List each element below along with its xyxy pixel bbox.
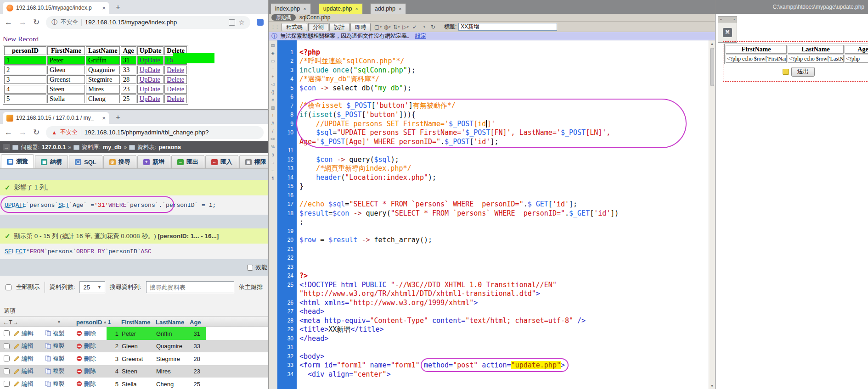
column-header-age[interactable]: Age [190, 317, 203, 328]
open-documents-icon[interactable]: ▤ [270, 42, 276, 49]
back-icon[interactable]: ← [5, 128, 12, 136]
warning-icon[interactable]: ▲ [51, 129, 57, 136]
new-tab-button[interactable]: + [116, 113, 120, 122]
select-parent-tag-icon[interactable]: ◁ [270, 81, 276, 88]
show-all-checkbox[interactable] [6, 284, 11, 290]
code-lines[interactable]: 1<?php2/*呼叫並連線"sqlConn.php"*/3include_on… [277, 48, 709, 379]
del-row-link[interactable]: 刪除 [76, 378, 105, 389]
column-header-firstname[interactable]: FirstName [121, 317, 154, 328]
copy-row-link[interactable]: 複製 [45, 340, 73, 353]
delete-link[interactable]: Delete [167, 85, 184, 93]
recent-snippets-icon[interactable]: % [270, 144, 276, 150]
pma-tab-browse[interactable]: ▤瀏覽 [1, 154, 34, 168]
multiscreen-preview-icon[interactable]: ▢▾ [373, 23, 383, 31]
submit-button[interactable]: 送出 [791, 67, 815, 77]
expand-panel-icon[interactable]: » [720, 17, 721, 22]
source-code-button[interactable]: 原始碼 [271, 14, 296, 21]
profiling-checkbox[interactable] [247, 265, 253, 271]
live-view-options-icon[interactable]: ▷▾ [401, 23, 410, 31]
back-icon[interactable]: ← [5, 18, 12, 26]
apply-comment-icon[interactable]: // [270, 120, 276, 127]
row-checkbox[interactable] [4, 330, 10, 336]
row-checkbox[interactable] [4, 356, 10, 361]
options-label[interactable]: 選項 [0, 307, 268, 316]
copy-row-link[interactable]: 複製 [45, 327, 73, 340]
num-rows-select[interactable]: 25▼ [79, 281, 105, 293]
balance-braces-icon[interactable]: {} [270, 89, 276, 95]
close-document-icon[interactable]: × [303, 6, 306, 11]
forward-icon[interactable]: → [19, 128, 27, 136]
highlight-invalid-code-icon[interactable]: ▨ [270, 105, 276, 111]
update-link[interactable]: UpDate [140, 76, 160, 83]
refresh-design-view-icon[interactable]: ↻ [428, 23, 438, 31]
outdent-code-icon[interactable]: ← [270, 167, 276, 173]
update-link[interactable]: UpDate [140, 56, 160, 64]
close-tab-icon[interactable]: × [102, 5, 106, 11]
scroll-down-icon[interactable]: ▼ [709, 383, 715, 389]
update-link[interactable]: UpDate [140, 66, 160, 73]
pma-tab-insert[interactable]: +新增 [137, 155, 170, 168]
view-button-即時[interactable]: 即時 [350, 23, 371, 31]
browser-tab-index[interactable]: 192.168.10.15/mypage/index.p × [3, 2, 109, 14]
update-link[interactable]: UpDate [140, 85, 160, 93]
expand-all-icon[interactable]: + [270, 73, 276, 80]
column-header-personid[interactable]: personID▲1 [76, 317, 119, 328]
close-tab-icon[interactable]: × [102, 115, 106, 122]
pma-tab-search[interactable]: ◎搜尋 [103, 155, 136, 168]
setup-link[interactable]: 設定 [415, 32, 426, 40]
show-code-navigator-icon[interactable]: ◈ [270, 50, 276, 56]
delete-link[interactable]: Delete [167, 95, 184, 102]
browser-tab-phpmyadmin[interactable]: 192.168.10.15 / 127.0.0.1 / my_ × [3, 112, 109, 124]
reload-icon[interactable]: ↻ [33, 18, 39, 26]
pma-tab-export[interactable]: →匯出 [171, 155, 204, 168]
close-document-icon[interactable]: × [355, 6, 358, 11]
view-button-分割[interactable]: 分割 [308, 23, 328, 31]
bookmark-star-icon[interactable]: ☆ [239, 18, 245, 27]
scroll-up-icon[interactable]: ▲ [709, 40, 715, 47]
del-row-link[interactable]: 刪除 [76, 327, 105, 340]
editor-tab-index-php[interactable]: index.php× [271, 3, 311, 14]
pma-tab-import[interactable]: ←匯入 [205, 155, 238, 168]
document-title-input[interactable] [458, 23, 557, 31]
row-checkbox[interactable] [4, 368, 10, 374]
related-file-sqlconn[interactable]: sqlConn.php [299, 14, 330, 21]
collapse-full-tag-icon[interactable]: ▭ [270, 58, 276, 64]
edit-row-link[interactable]: 編輯 [14, 352, 42, 365]
new-tab-button[interactable]: + [116, 3, 120, 12]
edit-row-link[interactable]: 編輯 [14, 340, 42, 353]
row-checkbox[interactable] [4, 381, 10, 387]
view-button-設計[interactable]: 設計 [329, 23, 349, 31]
close-document-icon[interactable]: × [399, 6, 401, 11]
delete-link[interactable]: Delete [167, 76, 184, 83]
del-row-link[interactable]: 刪除 [76, 365, 105, 378]
move-css-icon[interactable]: § [270, 151, 276, 158]
check-browser-compatibility-icon[interactable]: ✓ [410, 23, 419, 31]
pma-tab-privileges[interactable]: ▣權限 [239, 155, 268, 168]
breadcrumb-server[interactable]: 127.0.0.1 [42, 144, 66, 150]
indent-code-icon[interactable]: → [270, 159, 276, 166]
preview-in-browser-icon[interactable]: ◍▾ [383, 23, 392, 31]
sort-descending-icon[interactable]: ▼ [57, 320, 61, 324]
file-management-icon[interactable]: ⇅▾ [392, 23, 401, 31]
remove-comment-icon[interactable]: / [270, 128, 276, 134]
nav-panel-arrow-icon[interactable]: → [3, 144, 10, 150]
row-checkbox[interactable] [4, 343, 10, 349]
copy-row-link[interactable]: 複製 [45, 378, 73, 389]
delete-link[interactable]: Delete [167, 66, 184, 73]
copy-row-link[interactable]: 複製 [45, 365, 73, 378]
format-source-code-icon[interactable]: ¶ [270, 175, 276, 181]
update-link[interactable]: UpDate [140, 95, 160, 102]
new-record-link[interactable]: New Record [3, 35, 39, 43]
edit-row-link[interactable]: 編輯 [14, 327, 42, 340]
column-header-lastname[interactable]: LastName [156, 317, 189, 328]
line-numbers-icon[interactable]: # [270, 97, 276, 103]
reload-icon[interactable]: ↻ [33, 128, 39, 136]
del-row-link[interactable]: 刪除 [76, 340, 105, 353]
breadcrumb-db[interactable]: my_db [103, 144, 121, 150]
collapse-selection-icon[interactable]: − [270, 66, 276, 72]
pma-tab-sql[interactable]: ▢SQL [69, 155, 102, 168]
edit-row-link[interactable]: 編輯 [14, 378, 42, 389]
del-row-link[interactable]: 刪除 [76, 352, 105, 365]
visual-aids-icon[interactable]: ◔ [419, 23, 428, 31]
address-input[interactable]: ⓘ 不安全 192.168.10.15/mypage/index.php ☆ [46, 16, 250, 29]
